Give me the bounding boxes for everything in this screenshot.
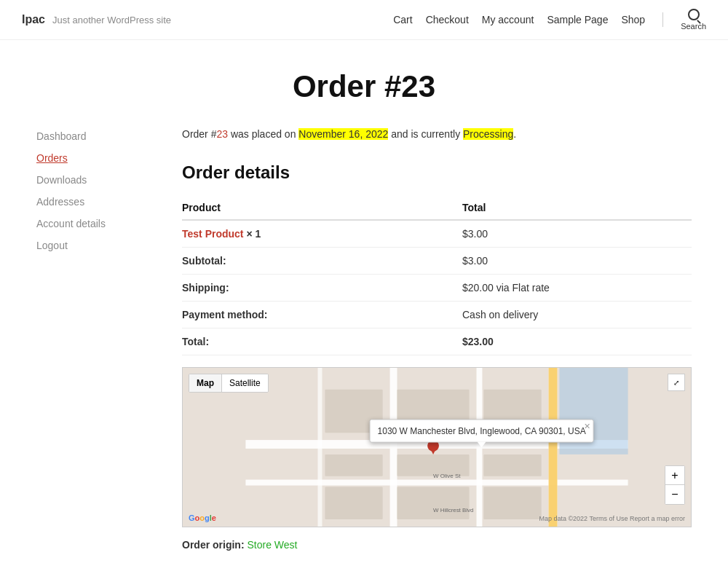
shipping-method: via Flat rate — [496, 282, 550, 294]
map-tab-satellite[interactable]: Satellite — [222, 374, 268, 392]
map-zoom-controls: + − — [665, 465, 685, 505]
sidebar-item-downloads: Downloads — [36, 174, 153, 186]
site-logo: Ipac — [22, 13, 45, 26]
map-expand-button[interactable]: ⤢ — [668, 374, 685, 391]
svg-rect-7 — [549, 368, 558, 527]
svg-rect-11 — [325, 454, 382, 476]
map-zoom-out-button[interactable]: − — [665, 485, 684, 504]
map-container: Av La Cienega Blvd W Olive St W Hillcres… — [182, 367, 692, 527]
map-google-logo: Google — [189, 513, 216, 522]
sidebar-nav: Dashboard Orders Downloads Addresses Acc… — [36, 130, 153, 251]
sidebar: Dashboard Orders Downloads Addresses Acc… — [36, 126, 153, 551]
order-status-prefix: Order # — [182, 128, 216, 140]
sidebar-link-downloads[interactable]: Downloads — [36, 174, 87, 186]
sidebar-item-account-details: Account details — [36, 218, 153, 229]
table-row: Subtotal: $3.00 — [182, 248, 692, 275]
order-status-text: Order #23 was placed on November 16, 202… — [182, 126, 692, 142]
order-status: Processing — [463, 128, 513, 140]
total-label: Total: — [182, 328, 462, 355]
svg-rect-3 — [390, 368, 397, 527]
search-icon — [688, 9, 700, 20]
status-middle: was placed on — [228, 128, 298, 140]
expand-icon: ⤢ — [673, 379, 679, 387]
site-header: Ipac Just another WordPress site Cart Ch… — [0, 0, 728, 40]
main-content: Dashboard Orders Downloads Addresses Acc… — [15, 126, 713, 563]
sidebar-link-addresses[interactable]: Addresses — [36, 196, 84, 208]
shipping-value: $20.00 via Flat rate — [462, 275, 692, 302]
svg-rect-16 — [483, 487, 541, 520]
svg-text:W Olive St: W Olive St — [433, 473, 461, 479]
product-cell: Test Product × 1 — [182, 220, 462, 248]
svg-rect-15 — [397, 487, 470, 520]
order-origin-label: Order origin: — [182, 539, 245, 551]
nav-cart[interactable]: Cart — [393, 14, 412, 25]
search-button[interactable]: Search — [681, 9, 706, 31]
table-row: Test Product × 1 $3.00 — [182, 220, 692, 248]
order-content: Order #23 was placed on November 16, 202… — [182, 126, 692, 551]
svg-rect-13 — [483, 454, 541, 476]
sidebar-link-account-details[interactable]: Account details — [36, 218, 106, 229]
product-total: $3.00 — [462, 220, 692, 248]
map-footer-text: Map data ©2022 Terms of Use Report a map… — [539, 515, 685, 522]
site-tagline: Just another WordPress site — [52, 15, 171, 25]
nav-myaccount[interactable]: My account — [482, 14, 534, 25]
sidebar-item-addresses: Addresses — [36, 196, 153, 208]
order-number: 23 — [216, 128, 228, 140]
product-link[interactable]: Test Product — [182, 228, 244, 240]
svg-rect-2 — [245, 480, 628, 486]
payment-value: Cash on delivery — [462, 302, 692, 328]
sidebar-link-logout[interactable]: Logout — [36, 240, 68, 251]
sidebar-link-dashboard[interactable]: Dashboard — [36, 130, 87, 142]
nav-shop[interactable]: Shop — [621, 14, 645, 25]
col-total: Total — [462, 196, 692, 220]
map-zoom-in-button[interactable]: + — [665, 466, 684, 485]
sidebar-item-logout: Logout — [36, 240, 153, 251]
order-table: Product Total Test Product × 1 $3.00 Sub… — [182, 196, 692, 355]
table-row: Payment method: Cash on delivery — [182, 302, 692, 328]
product-qty: × 1 — [246, 228, 261, 240]
table-row: Total: $23.00 — [182, 328, 692, 355]
shipping-label: Shipping: — [182, 275, 462, 302]
svg-text:W Hillcrest Blvd: W Hillcrest Blvd — [433, 508, 473, 514]
svg-rect-14 — [325, 487, 382, 520]
nav-checkout[interactable]: Checkout — [426, 14, 469, 25]
nav-divider — [662, 12, 663, 27]
main-nav: Cart Checkout My account Sample Page Sho… — [393, 9, 706, 31]
page-title: Order #23 — [15, 69, 713, 104]
svg-rect-6 — [318, 368, 323, 527]
page-title-section: Order #23 — [0, 40, 728, 126]
order-date: November 16, 2022 — [298, 128, 388, 140]
table-row: Shipping: $20.00 via Flat rate — [182, 275, 692, 302]
order-origin-link[interactable]: Store West — [247, 539, 297, 551]
order-origin: Order origin: Store West — [182, 539, 692, 551]
map-info-window: ✕ 1030 W Manchester Blvd, Inglewood, CA … — [370, 420, 594, 443]
status-end: . — [513, 128, 516, 140]
subtotal-label: Subtotal: — [182, 248, 462, 275]
sidebar-item-dashboard: Dashboard — [36, 130, 153, 142]
sidebar-link-orders[interactable]: Orders — [36, 152, 68, 164]
sidebar-item-orders: Orders — [36, 152, 153, 164]
status-suffix: and is currently — [388, 128, 463, 140]
map-address: 1030 W Manchester Blvd, Inglewood, CA 90… — [378, 426, 586, 436]
nav-sample-page[interactable]: Sample Page — [547, 14, 608, 25]
total-value: $23.00 — [462, 328, 692, 355]
map-info-close-button[interactable]: ✕ — [584, 422, 590, 431]
logo-area: Ipac Just another WordPress site — [22, 13, 171, 26]
col-product: Product — [182, 196, 462, 220]
map-tab-map[interactable]: Map — [189, 374, 222, 392]
order-details-heading: Order details — [182, 162, 692, 183]
map-type-controls: Map Satellite — [189, 374, 269, 393]
payment-label: Payment method: — [182, 302, 462, 328]
subtotal-value: $3.00 — [462, 248, 692, 275]
search-label: Search — [681, 22, 706, 31]
